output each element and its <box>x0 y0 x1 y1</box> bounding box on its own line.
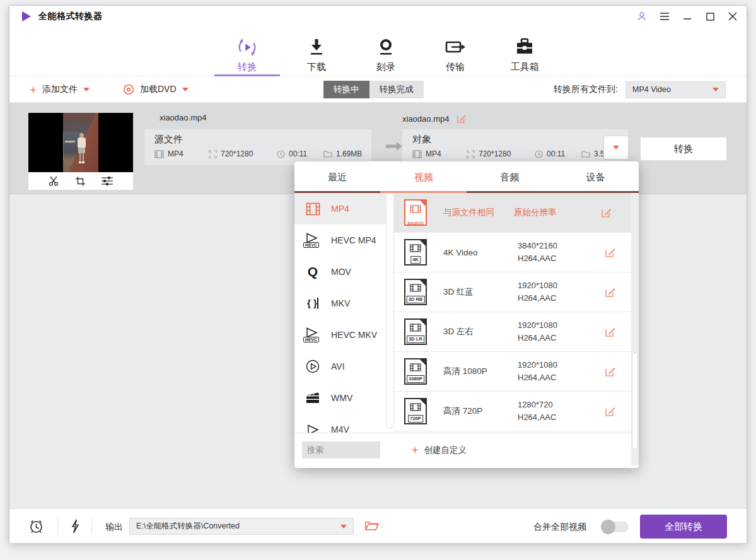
tab-converting[interactable]: 转换中 <box>323 81 369 98</box>
target-format-dropdown-button[interactable] <box>603 136 629 160</box>
preset-hd-1080p[interactable]: 1080P 高清 1080P 1920*1080H264,AAC <box>394 352 631 392</box>
format-item-wmv[interactable]: WMV <box>294 382 386 414</box>
format-item-hevc-mkv[interactable]: HEVC HEVC MKV <box>294 319 386 351</box>
search-input[interactable] <box>302 441 380 458</box>
tab-converted[interactable]: 转换完成 <box>369 81 424 98</box>
output-format-select[interactable]: MP4 Video <box>625 81 726 98</box>
maximize-icon[interactable] <box>705 11 715 21</box>
edit-preset-icon[interactable] <box>603 365 616 378</box>
trim-scissors-icon[interactable] <box>49 176 60 186</box>
preset-file-icon: 3D RB <box>404 279 427 305</box>
play-circle-icon <box>306 359 320 373</box>
load-dvd-button[interactable]: 加载DVD <box>123 76 189 103</box>
nav-tab-convert[interactable]: 转换 <box>214 32 280 73</box>
rename-edit-icon[interactable] <box>455 113 467 124</box>
popup-tab-video[interactable]: 视频 <box>381 161 467 193</box>
format-item-hevc-mp4[interactable]: HEVC HEVC MP4 <box>294 225 386 256</box>
video-thumbnail[interactable] <box>28 113 133 172</box>
format-item-mp4[interactable]: MP4 <box>294 193 386 225</box>
source-file-icon: source <box>404 199 427 226</box>
popup-tab-audio[interactable]: 音频 <box>467 161 553 193</box>
arrow-right-icon <box>385 141 403 152</box>
quicktime-icon: Q <box>294 264 331 279</box>
app-logo-icon <box>22 11 31 21</box>
convert-all-to-label: 转换所有文件到: <box>554 84 618 95</box>
app-title: 全能格式转换器 <box>38 11 103 22</box>
source-info-panel: 源文件 MP4 720*1280 00:11 1.69MB <box>144 129 371 165</box>
source-panel-title: 源文件 <box>154 134 371 146</box>
preset-3d-red-blue[interactable]: 3D RB 3D 红蓝 1920*1080H264,AAC <box>394 272 631 312</box>
plus-icon: + <box>412 445 419 456</box>
nav-tab-transfer[interactable]: 传输 <box>422 32 488 73</box>
preset-list: source 与源文件相同 原始分辨率 4K 4K Video 384 <box>394 193 631 433</box>
clapperboard-icon <box>305 392 320 404</box>
resolution-icon <box>467 150 475 158</box>
edit-preset-icon[interactable] <box>600 206 612 219</box>
minimize-icon[interactable] <box>682 11 692 21</box>
chevron-down-icon <box>83 88 90 91</box>
account-icon[interactable] <box>637 11 647 21</box>
preset-file-icon: 1080P <box>404 358 427 385</box>
create-custom-button[interactable]: + 创建自定义 <box>412 441 467 458</box>
film-icon <box>412 150 422 158</box>
effects-sliders-icon[interactable] <box>101 176 113 186</box>
close-icon[interactable] <box>728 11 738 21</box>
preset-3d-left-right[interactable]: 3D LR 3D 左右 1920*1080H264,AAC <box>394 312 631 352</box>
preset-file-icon: 720P <box>404 398 427 424</box>
nav-tab-burn[interactable]: 刻录 <box>353 32 419 73</box>
clock-icon <box>277 150 285 158</box>
high-speed-icon[interactable] <box>70 519 80 534</box>
merge-videos-toggle[interactable] <box>601 522 629 532</box>
format-item-mov[interactable]: Q MOV <box>294 256 386 288</box>
format-item-avi[interactable]: AVI <box>294 351 386 382</box>
format-item-m4v[interactable]: M4V <box>294 414 386 433</box>
format-item-mkv[interactable]: { } MKV <box>294 288 386 319</box>
edit-preset-icon[interactable] <box>603 246 616 259</box>
preset-4k-video[interactable]: 4K 4K Video 3840*2160H264,AAC <box>394 233 631 272</box>
output-path-select[interactable]: E:\全能格式转换器\Converted <box>129 518 354 535</box>
schedule-alarm-icon[interactable] <box>28 518 44 534</box>
add-files-button[interactable]: + 添加文件 <box>30 76 90 103</box>
chevron-down-icon <box>182 88 189 91</box>
preset-list-scrollbar[interactable] <box>631 194 639 465</box>
crop-icon[interactable] <box>75 176 86 187</box>
nav-tab-toolbox[interactable]: 工具箱 <box>492 32 557 73</box>
convert-state-tabs: 转换中 转换完成 <box>323 81 424 98</box>
convert-all-button[interactable]: 全部转换 <box>640 515 727 539</box>
output-label: 输出 <box>105 522 123 533</box>
format-list-scrollbar[interactable] <box>386 193 394 429</box>
edit-preset-icon[interactable] <box>603 405 616 417</box>
source-duration: 00:11 <box>289 149 307 158</box>
edit-preset-icon[interactable] <box>603 325 616 338</box>
load-dvd-label: 加载DVD <box>140 84 177 95</box>
merge-videos-label: 合并全部视频 <box>533 522 586 533</box>
chevron-down-icon <box>340 525 347 528</box>
target-filename: xiaodao.mp4 <box>402 114 449 124</box>
nav-label: 下载 <box>307 61 326 73</box>
menu-icon[interactable] <box>660 11 670 21</box>
convert-button[interactable]: 转换 <box>640 137 727 161</box>
preset-hd-720p[interactable]: 720P 高清 720P 1280*720H264,AAC <box>394 392 631 431</box>
toolbox-icon <box>515 37 535 57</box>
folder-icon <box>323 150 332 158</box>
preset-same-as-source[interactable]: source 与源文件相同 原始分辨率 <box>394 193 631 233</box>
open-folder-icon[interactable] <box>365 520 379 532</box>
resolution-icon <box>209 150 217 158</box>
create-custom-label: 创建自定义 <box>424 445 467 456</box>
transfer-icon <box>445 37 466 57</box>
target-format: MP4 <box>426 149 441 158</box>
nav-label: 刻录 <box>376 61 395 73</box>
mp4-film-icon <box>306 202 320 216</box>
edit-preset-icon[interactable] <box>603 286 616 298</box>
plus-icon: + <box>30 84 37 96</box>
nav-tab-download[interactable]: 下载 <box>284 32 349 73</box>
source-filename: xiaodao.mp4 <box>160 113 206 122</box>
popup-tab-device[interactable]: 设备 <box>553 161 639 193</box>
titlebar: 全能格式转换器 <box>9 6 747 27</box>
burn-icon <box>376 37 395 57</box>
disc-icon <box>123 84 134 95</box>
toolbar: + 添加文件 加载DVD 转换中 转换完成 转换所有文件到: MP4 Video <box>9 76 747 103</box>
divider <box>57 518 58 535</box>
popup-tab-recent[interactable]: 最近 <box>294 161 381 193</box>
video-thumbnail-card <box>28 113 133 190</box>
